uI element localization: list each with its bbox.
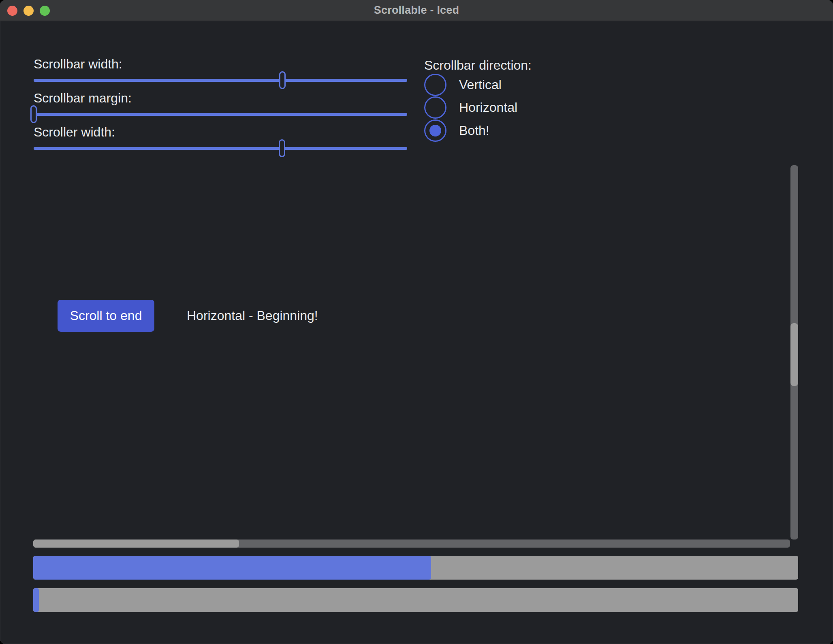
vertical-scrollbar-track[interactable] bbox=[790, 165, 798, 540]
radio-circle-icon[interactable] bbox=[424, 96, 446, 119]
radio-horizontal-label: Horizontal bbox=[459, 100, 517, 115]
window-title: Scrollable - Iced bbox=[374, 4, 459, 17]
traffic-lights bbox=[0, 0, 50, 21]
scrollbar-margin-slider[interactable] bbox=[34, 105, 407, 123]
slider-handle[interactable] bbox=[279, 139, 285, 157]
horizontal-scrollbar-thumb[interactable] bbox=[33, 540, 239, 548]
progress-fill bbox=[33, 588, 39, 612]
scroller-width-slider[interactable] bbox=[34, 139, 407, 157]
radio-both[interactable]: Both! bbox=[424, 119, 532, 142]
radio-vertical-label: Vertical bbox=[459, 77, 502, 92]
horizontal-scroll-progress-bar bbox=[33, 588, 798, 612]
scrollbar-direction-group: Scrollbar direction: Vertical Horizontal… bbox=[424, 58, 532, 142]
scrollbar-direction-label: Scrollbar direction: bbox=[424, 58, 532, 73]
slider-rail[interactable] bbox=[34, 79, 407, 82]
progress-fill bbox=[33, 556, 431, 580]
app-window: Scrollable - Iced Scrollbar width: Scrol… bbox=[0, 0, 833, 644]
vertical-scroll-progress-bar bbox=[33, 556, 798, 580]
titlebar[interactable]: Scrollable - Iced bbox=[0, 0, 833, 21]
slider-rail[interactable] bbox=[34, 113, 407, 116]
zoom-button[interactable] bbox=[40, 6, 50, 16]
horizontal-scrollbar-track[interactable] bbox=[33, 540, 790, 548]
scrollbar-margin-label: Scrollbar margin: bbox=[34, 91, 132, 106]
scroll-status-text: Horizontal - Beginning! bbox=[187, 300, 318, 332]
radio-circle-icon[interactable] bbox=[424, 119, 446, 142]
slider-rail[interactable] bbox=[34, 147, 407, 150]
radio-horizontal[interactable]: Horizontal bbox=[424, 96, 532, 119]
scroll-to-end-button[interactable]: Scroll to end bbox=[58, 300, 154, 332]
minimize-button[interactable] bbox=[23, 6, 34, 16]
radio-circle-icon[interactable] bbox=[424, 74, 446, 96]
scrollbar-width-label: Scrollbar width: bbox=[34, 57, 122, 72]
scroller-width-label: Scroller width: bbox=[34, 125, 115, 140]
radio-both-label: Both! bbox=[459, 123, 489, 138]
radio-vertical[interactable]: Vertical bbox=[424, 74, 532, 96]
close-button[interactable] bbox=[7, 6, 17, 16]
slider-handle[interactable] bbox=[279, 71, 286, 89]
slider-handle[interactable] bbox=[30, 105, 37, 123]
scrollbar-width-slider[interactable] bbox=[34, 71, 407, 89]
vertical-scrollbar-thumb[interactable] bbox=[790, 323, 798, 386]
